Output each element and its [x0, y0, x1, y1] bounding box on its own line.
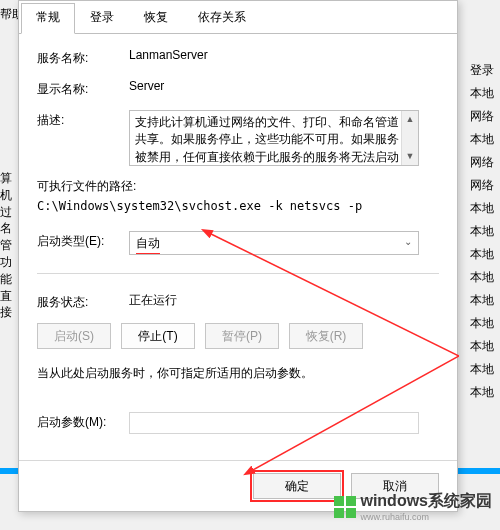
watermark-title: windows系统家园 — [360, 492, 492, 509]
display-name-value: Server — [129, 79, 439, 93]
startup-params-label: 启动参数(M): — [37, 412, 129, 431]
service-status-label: 服务状态: — [37, 292, 129, 311]
tab-bar: 常规 登录 恢复 依存关系 — [19, 1, 457, 34]
tab-general[interactable]: 常规 — [21, 3, 75, 34]
service-status-value: 正在运行 — [129, 292, 439, 309]
watermark-sub: www.ruhaifu.com — [360, 512, 492, 522]
service-name-label: 服务名称: — [37, 48, 129, 67]
startup-type-label: 启动类型(E): — [37, 231, 129, 250]
tab-logon[interactable]: 登录 — [75, 3, 129, 33]
watermark: windows系统家园 www.ruhaifu.com — [334, 491, 492, 522]
startup-type-select[interactable]: 自动 ⌄ — [129, 231, 419, 255]
background-list-sliver: 登录 本地 网络 本地 网络 网络 本地 本地 本地 本地 本地 本地 本地 本… — [470, 62, 500, 401]
description-scrollbar[interactable]: ▲ ▼ — [401, 111, 418, 165]
display-name-label: 显示名称: — [37, 79, 129, 98]
service-control-buttons: 启动(S) 停止(T) 暂停(P) 恢复(R) — [37, 323, 439, 349]
ok-button[interactable]: 确定 — [253, 473, 341, 499]
tab-content-general: 服务名称: LanmanServer 显示名称: Server 描述: 支持此计… — [19, 34, 457, 434]
description-label: 描述: — [37, 110, 129, 129]
startup-params-note: 当从此处启动服务时，你可指定所适用的启动参数。 — [37, 365, 439, 382]
startup-params-input — [129, 412, 419, 434]
scroll-up-icon[interactable]: ▲ — [402, 111, 418, 128]
pause-button: 暂停(P) — [205, 323, 279, 349]
service-properties-dialog: 常规 登录 恢复 依存关系 服务名称: LanmanServer 显示名称: S… — [18, 0, 458, 512]
parent-window-text-sliver: 算机过 名管 功能 直接 — [0, 170, 18, 321]
windows-logo-icon — [334, 496, 356, 518]
stop-button[interactable]: 停止(T) — [121, 323, 195, 349]
description-textbox[interactable]: 支持此计算机通过网络的文件、打印、和命名管道共享。如果服务停止，这些功能不可用。… — [129, 110, 419, 166]
resume-button: 恢复(R) — [289, 323, 363, 349]
tab-dependencies[interactable]: 依存关系 — [183, 3, 261, 33]
exec-path-value: C:\Windows\system32\svchost.exe -k netsv… — [37, 199, 439, 213]
startup-type-value: 自动 — [136, 235, 160, 252]
tab-recovery[interactable]: 恢复 — [129, 3, 183, 33]
exec-path-label: 可执行文件的路径: — [37, 178, 439, 195]
service-name-value: LanmanServer — [129, 48, 439, 62]
separator — [37, 273, 439, 274]
chevron-down-icon: ⌄ — [404, 236, 412, 247]
start-button: 启动(S) — [37, 323, 111, 349]
scroll-down-icon[interactable]: ▼ — [402, 148, 418, 165]
description-text: 支持此计算机通过网络的文件、打印、和命名管道共享。如果服务停止，这些功能不可用。… — [135, 115, 399, 164]
